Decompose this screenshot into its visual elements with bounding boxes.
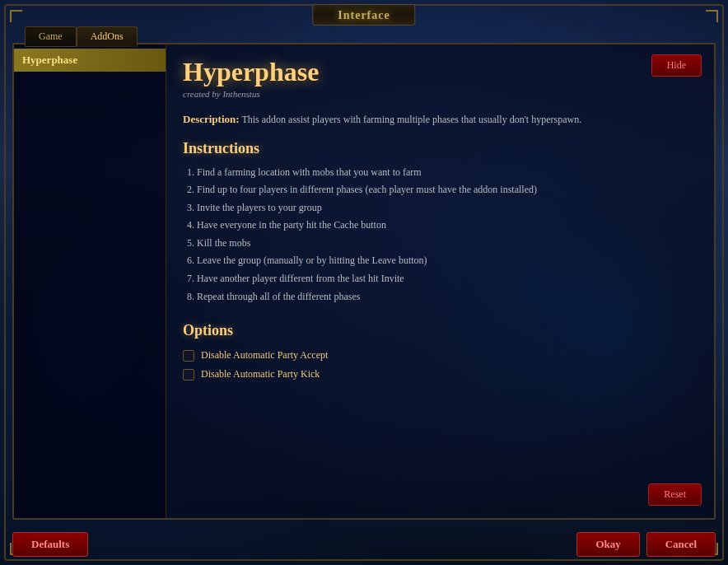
cancel-button[interactable]: Cancel: [646, 532, 716, 557]
instruction-4: 4. Have everyone in the party hit the Ca…: [183, 217, 698, 235]
instruction-2: 2. Find up to four players in different …: [183, 181, 698, 199]
option-label-auto-accept[interactable]: Disable Automatic Party Accept: [201, 349, 328, 362]
option-row-1: Disable Automatic Party Accept: [183, 349, 698, 362]
corner-decoration-tr: [706, 10, 718, 22]
okay-button[interactable]: Okay: [576, 532, 639, 557]
instruction-8: 8. Repeat through all of the different p…: [183, 288, 698, 306]
description-text: This addon assist players with farming m…: [240, 114, 582, 125]
instructions-title: Instructions: [183, 140, 698, 157]
instructions-list: 1. Find a farming location with mobs tha…: [183, 164, 698, 306]
bottom-right-buttons: Okay Cancel: [576, 532, 716, 557]
title-bar: Interface: [312, 4, 415, 26]
description-label: Description:: [183, 113, 240, 125]
content-area: Hyperphase Hyperphase created by Inthens…: [12, 43, 716, 520]
bottom-bar: Defaults Okay Cancel: [12, 532, 716, 557]
sidebar-item-hyperphase[interactable]: Hyperphase: [14, 49, 166, 72]
hide-button[interactable]: Hide: [651, 54, 702, 77]
instruction-3: 3. Invite the players to your group: [183, 199, 698, 217]
window-title: Interface: [338, 9, 390, 21]
instruction-7: 7. Have another player different from th…: [183, 270, 698, 288]
instruction-1: 1. Find a farming location with mobs tha…: [183, 164, 698, 182]
addon-title: Hyperphase: [183, 57, 698, 87]
checkbox-auto-accept[interactable]: [183, 350, 194, 362]
reset-button[interactable]: Reset: [648, 483, 702, 506]
tab-area: Game AddOns: [25, 26, 138, 47]
instruction-6: 6. Leave the group (manually or by hitti…: [183, 252, 698, 270]
corner-decoration-tl: [10, 10, 22, 22]
addon-author: created by Inthenstus: [183, 89, 698, 99]
main-panel: Hyperphase created by Inthenstus Hide De…: [166, 44, 714, 518]
option-label-auto-kick[interactable]: Disable Automatic Party Kick: [201, 368, 320, 381]
options-title: Options: [183, 322, 698, 339]
tab-addons[interactable]: AddOns: [77, 26, 138, 47]
sidebar: Hyperphase: [14, 44, 166, 518]
instruction-5: 5. Kill the mobs: [183, 235, 698, 253]
checkbox-auto-kick[interactable]: [183, 369, 194, 381]
defaults-button[interactable]: Defaults: [12, 532, 88, 557]
tab-game[interactable]: Game: [25, 26, 77, 47]
description-block: Description: This addon assist players w…: [183, 111, 698, 128]
option-row-2: Disable Automatic Party Kick: [183, 368, 698, 381]
